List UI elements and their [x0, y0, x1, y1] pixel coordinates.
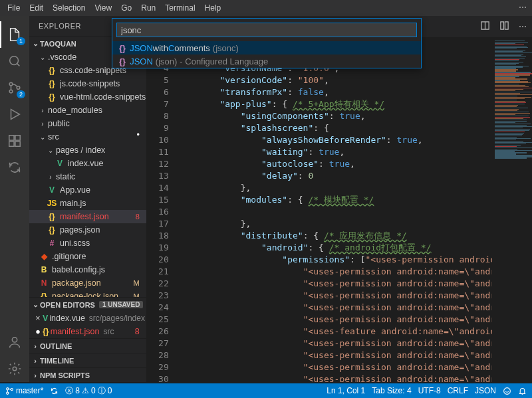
language-picker-input[interactable] [116, 23, 417, 37]
menu-selection[interactable]: Selection [48, 3, 90, 13]
open-editor-index-vue[interactable]: ×Vindex.vuesrc/pages/index [29, 312, 146, 325]
status-language[interactable]: JSON [475, 386, 496, 395]
tree-label: node_modules [48, 106, 102, 115]
status-sync[interactable] [50, 387, 59, 395]
open-editors-header[interactable]: ⌄OPEN EDITORS1 UNSAVED [29, 297, 146, 312]
activity-search[interactable] [0, 48, 29, 74]
tree-label: main.js [60, 199, 86, 208]
tree-label: js.code-snippets [60, 79, 120, 88]
chevron-down-icon: ⌄ [39, 54, 47, 61]
folder-node_modules[interactable]: ›node_modules [29, 104, 146, 117]
code-editor[interactable]: 2345678910111213141516171819202122232425… [146, 37, 532, 382]
chevron-right-icon: › [39, 107, 47, 114]
sidebar-more-icon[interactable]: ⋯ [519, 3, 527, 12]
split-icon[interactable] [499, 21, 509, 33]
tree-label: .vscode [48, 52, 76, 62]
activity-misc[interactable] [0, 154, 29, 181]
git-decoration: M [134, 279, 140, 287]
chevron-right-icon: › [39, 120, 47, 128]
tree-label: pages / index [56, 146, 105, 155]
file-vue-html-code-snippets[interactable]: {}vue-html.code-snippets [29, 90, 146, 104]
svg-rect-7 [15, 136, 20, 140]
file-manifest-json[interactable]: {}manifest.json8 [29, 210, 146, 223]
editor-more-icon[interactable]: ⋯ [519, 22, 527, 31]
chevron-down-icon: ⌄ [47, 147, 55, 154]
menu-terminal[interactable]: Terminal [160, 3, 200, 13]
file--gitignore[interactable]: ◆.gitignore [29, 250, 146, 263]
activity-extensions[interactable] [0, 128, 29, 154]
menu-go[interactable]: Go [116, 3, 136, 13]
tree-label: manifest.json [60, 212, 109, 221]
activity-scm[interactable]: 2 [0, 74, 29, 101]
tree-label: package-lock.json [52, 292, 118, 297]
tree-label: App.vue [60, 185, 90, 195]
file-tree: ⌄.vscode{}css.code-snippets{}js.code-sni… [29, 50, 146, 297]
status-bar: master* ⓧ 8 ⚠ 0 ⓘ 0 Ln 1, Col 1 Tab Size… [0, 383, 532, 398]
json-icon: {} [119, 43, 126, 53]
editor-area: ⋯ 23456789101112131415161718192021222324… [146, 16, 532, 382]
dirty-icon: ● [33, 327, 43, 336]
file-js-code-snippets[interactable]: {}js.code-snippets [29, 77, 146, 90]
git-decoration: 8 [136, 213, 140, 221]
status-eol[interactable]: CRLF [448, 386, 468, 395]
outline-header[interactable]: ›OUTLINE [29, 338, 146, 353]
menu-edit[interactable]: Edit [25, 3, 48, 13]
status-encoding[interactable]: UTF-8 [418, 386, 441, 395]
line-gutter: 2345678910111213141516171819202122232425… [146, 37, 178, 382]
npm-scripts-header[interactable]: ›NPM SCRIPTS [29, 367, 146, 382]
unsaved-badge: 1 UNSAVED [99, 301, 144, 308]
svg-point-1 [9, 82, 13, 86]
language-picker: {}JSON with Comments(jsonc){}JSON(json)-… [112, 18, 422, 68]
open-editor-manifest-json[interactable]: ●{}manifest.jsonsrc8 [29, 325, 146, 338]
code-lines: "appid": "", "description": "", "version… [178, 37, 532, 382]
menu-help[interactable]: Help [200, 3, 226, 13]
tree-label: public [48, 119, 70, 128]
timeline-header[interactable]: ›TIMELINE [29, 353, 146, 367]
svg-rect-4 [9, 136, 14, 140]
activity-account[interactable] [0, 329, 29, 355]
compare-icon[interactable] [480, 21, 490, 33]
svg-point-2 [9, 90, 13, 93]
activity-debug[interactable] [0, 101, 29, 128]
folder-src[interactable]: ⌄src [29, 130, 146, 144]
file-pages-json[interactable]: {}pages.json [29, 223, 146, 237]
json-icon: {} [119, 56, 126, 66]
scm-badge: 2 [17, 90, 25, 98]
svg-point-9 [13, 367, 17, 371]
svg-point-13 [7, 387, 9, 389]
file-index-vue[interactable]: Vindex.vue [29, 157, 146, 170]
tree-label: package.json [52, 278, 101, 288]
activity-settings[interactable] [0, 355, 29, 382]
file-uni-scss[interactable]: #uni.scss [29, 237, 146, 250]
tree-label: index.vue [68, 159, 104, 168]
file-package-lock-json[interactable]: {}package-lock.jsonM [29, 290, 146, 297]
file-main-js[interactable]: JSmain.js [29, 197, 146, 210]
tree-label: uni.scss [60, 239, 90, 248]
status-feedback-icon[interactable] [503, 387, 511, 395]
folder-public[interactable]: ›public [29, 117, 146, 130]
status-ln-col[interactable]: Ln 1, Col 1 [327, 386, 365, 395]
file-babel-config-js[interactable]: Bbabel.config.js [29, 263, 146, 276]
status-branch[interactable]: master* [5, 386, 43, 395]
status-tabsize[interactable]: Tab Size: 4 [372, 386, 411, 395]
svg-point-14 [7, 392, 9, 394]
file-package-json[interactable]: Npackage.jsonM [29, 276, 146, 290]
file-app-vue[interactable]: VApp.vue [29, 183, 146, 197]
svg-point-8 [12, 338, 17, 342]
close-icon[interactable]: × [33, 314, 43, 323]
svg-rect-5 [9, 142, 14, 146]
lang-option-json[interactable]: {}JSON(json)- Configured Language [112, 54, 421, 68]
menu-file[interactable]: File [3, 3, 25, 13]
minimap[interactable] [492, 37, 532, 382]
tree-label: pages.json [60, 225, 100, 235]
menu-run[interactable]: Run [136, 3, 160, 13]
lang-option-jsonc[interactable]: {}JSON with Comments(jsonc) [112, 41, 421, 54]
activity-bar: 1 2 [0, 16, 29, 382]
folder-static[interactable]: ›static [29, 170, 146, 183]
activity-explorer[interactable]: 1 [0, 21, 29, 48]
tree-label: vue-html.code-snippets [60, 92, 146, 102]
status-bell-icon[interactable] [518, 387, 527, 395]
menu-view[interactable]: View [90, 3, 116, 13]
folder-pages-index[interactable]: ⌄pages / index [29, 144, 146, 157]
status-problems[interactable]: ⓧ 8 ⚠ 0 ⓘ 0 [65, 385, 112, 397]
